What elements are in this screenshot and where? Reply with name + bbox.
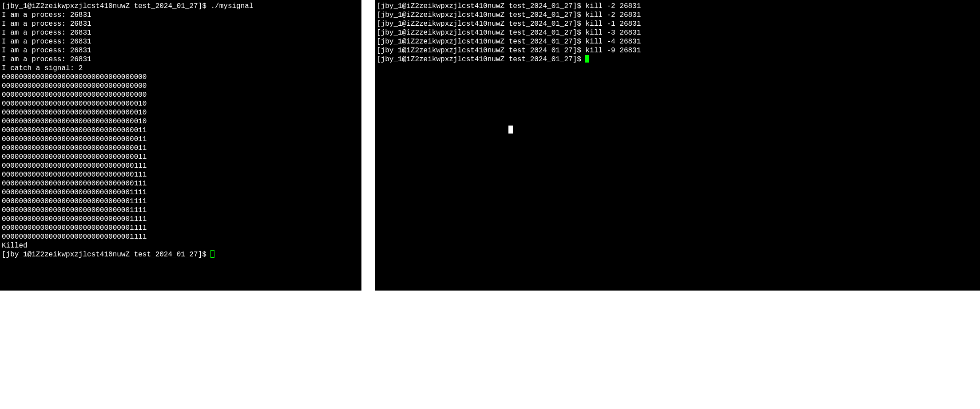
terminal-line: [jby_1@iZ2zeikwpxzjlcst410nuwZ test_2024…: [375, 11, 980, 20]
terminal-output-line: 0000000000000000000000000000000010: [0, 117, 361, 126]
shell-prompt: [jby_1@iZ2zeikwpxzjlcst410nuwZ test_2024…: [2, 251, 210, 259]
terminal-output-line: I am a process: 26831: [0, 28, 361, 37]
right-terminal-pane[interactable]: [jby_1@iZ2zeikwpxzjlcst410nuwZ test_2024…: [375, 0, 980, 291]
terminal-output-line: I am a process: 26831: [0, 20, 361, 28]
split-terminal-wrapper: [jby_1@iZ2zeikwpxzjlcst410nuwZ test_2024…: [0, 0, 980, 409]
shell-prompt: [jby_1@iZ2zeikwpxzjlcst410nuwZ test_2024…: [377, 38, 585, 46]
shell-prompt: [jby_1@iZ2zeikwpxzjlcst410nuwZ test_2024…: [377, 29, 585, 37]
terminal-output-line: I am a process: 26831: [0, 55, 361, 64]
terminal-output-line: I am a process: 26831: [0, 37, 361, 46]
terminal-output-line: 0000000000000000000000000000001111: [0, 206, 361, 215]
terminal-output-line: Killed: [0, 241, 361, 250]
terminal-output-line: 0000000000000000000000000000000011: [0, 144, 361, 153]
terminal-output-line: 0000000000000000000000000000001111: [0, 197, 361, 206]
terminal-output-line: 0000000000000000000000000000000000: [0, 82, 361, 90]
shell-prompt: [jby_1@iZ2zeikwpxzjlcst410nuwZ test_2024…: [2, 2, 210, 10]
terminal-line: [jby_1@iZ2zeikwpxzjlcst410nuwZ test_2024…: [375, 55, 980, 64]
terminal-output-line: 0000000000000000000000000000000010: [0, 108, 361, 117]
command-text: kill -9 26831: [585, 47, 641, 55]
cursor-icon: [585, 55, 589, 63]
terminal-line: [jby_1@iZ2zeikwpxzjlcst410nuwZ test_2024…: [375, 2, 980, 11]
terminal-line: [jby_1@iZ2zeikwpxzjlcst410nuwZ test_2024…: [375, 46, 980, 55]
terminal-output-line: 0000000000000000000000000000001111: [0, 215, 361, 224]
terminal-line: [jby_1@iZ2zeikwpxzjlcst410nuwZ test_2024…: [0, 250, 361, 259]
shell-prompt: [jby_1@iZ2zeikwpxzjlcst410nuwZ test_2024…: [377, 55, 585, 63]
terminal-line: [jby_1@iZ2zeikwpxzjlcst410nuwZ test_2024…: [375, 28, 980, 37]
command-text: kill -3 26831: [585, 29, 641, 37]
shell-prompt: [jby_1@iZ2zeikwpxzjlcst410nuwZ test_2024…: [377, 47, 585, 55]
terminal-line: [jby_1@iZ2zeikwpxzjlcst410nuwZ test_2024…: [375, 20, 980, 28]
terminal-output-line: 0000000000000000000000000000000011: [0, 126, 361, 135]
terminal-output-line: 0000000000000000000000000000000111: [0, 179, 361, 188]
terminal-output-line: 0000000000000000000000000000001111: [0, 188, 361, 197]
command-text: kill -2 26831: [585, 2, 641, 10]
terminal-output-line: I am a process: 26831: [0, 11, 361, 20]
left-terminal-pane[interactable]: [jby_1@iZ2zeikwpxzjlcst410nuwZ test_2024…: [0, 0, 361, 291]
terminal-output-line: 0000000000000000000000000000000000: [0, 90, 361, 99]
terminal-output-line: 0000000000000000000000000000001111: [0, 232, 361, 241]
pane-separator: [361, 0, 375, 409]
command-text: ./mysignal: [210, 2, 253, 10]
cursor-icon: [210, 250, 214, 258]
terminal-output-line: 0000000000000000000000000000000010: [0, 99, 361, 108]
command-text: kill -4 26831: [585, 38, 641, 46]
command-text: kill -2 26831: [585, 11, 641, 19]
command-text: kill -1 26831: [585, 20, 641, 28]
shell-prompt: [jby_1@iZ2zeikwpxzjlcst410nuwZ test_2024…: [377, 11, 585, 19]
terminal-line: [jby_1@iZ2zeikwpxzjlcst410nuwZ test_2024…: [0, 2, 361, 11]
terminal-line: [jby_1@iZ2zeikwpxzjlcst410nuwZ test_2024…: [375, 37, 980, 46]
terminal-output-line: 0000000000000000000000000000000111: [0, 170, 361, 179]
terminal-output-line: 0000000000000000000000000000000011: [0, 135, 361, 144]
text-cursor-icon: [508, 126, 513, 134]
terminal-output-line: 0000000000000000000000000000000000: [0, 73, 361, 82]
shell-prompt: [jby_1@iZ2zeikwpxzjlcst410nuwZ test_2024…: [377, 20, 585, 28]
terminal-output-line: 0000000000000000000000000000000011: [0, 153, 361, 161]
terminal-output-line: I am a process: 26831: [0, 46, 361, 55]
terminal-output-line: I catch a signal: 2: [0, 64, 361, 73]
terminal-output-line: 0000000000000000000000000000001111: [0, 224, 361, 232]
shell-prompt: [jby_1@iZ2zeikwpxzjlcst410nuwZ test_2024…: [377, 2, 585, 10]
terminal-output-line: 0000000000000000000000000000000111: [0, 161, 361, 170]
